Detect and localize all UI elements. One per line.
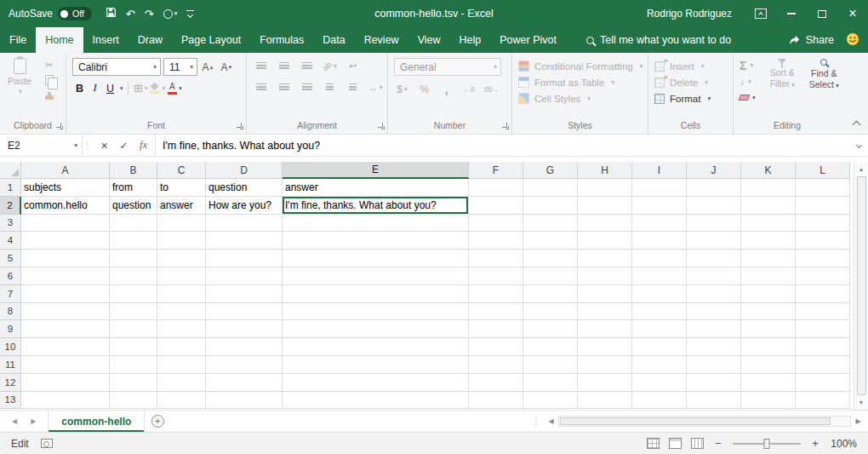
cell-B10[interactable]	[110, 338, 157, 356]
cell-K2[interactable]	[741, 197, 796, 215]
cell-F13[interactable]	[469, 392, 523, 410]
cell-D5[interactable]	[206, 250, 283, 267]
number-dialog-launcher[interactable]	[502, 123, 509, 129]
number-format-combo[interactable]: General ▾	[394, 58, 501, 76]
cell-F6[interactable]	[469, 267, 523, 285]
cell-F12[interactable]	[469, 374, 523, 392]
cell-L13[interactable]	[796, 392, 850, 410]
align-right-button[interactable]	[299, 79, 315, 95]
cell-K12[interactable]	[741, 374, 796, 392]
cell-C5[interactable]	[157, 250, 206, 267]
sort-filter-button[interactable]: Sort & Filter▾	[762, 58, 802, 120]
cell-B5[interactable]	[110, 250, 157, 267]
row-header-12[interactable]: 12	[0, 374, 21, 392]
tab-file[interactable]: File	[0, 27, 36, 53]
cell-E4[interactable]	[283, 232, 469, 250]
cell-I13[interactable]	[632, 392, 687, 410]
cell-C9[interactable]	[157, 320, 206, 338]
autosum-button[interactable]: Σ ▾	[740, 58, 756, 72]
cell-L11[interactable]	[796, 356, 850, 374]
cell-H5[interactable]	[578, 250, 632, 267]
cell-H9[interactable]	[578, 320, 632, 338]
cell-D6[interactable]	[206, 267, 283, 285]
cell-F3[interactable]	[469, 215, 523, 233]
sheet-tab-common-hello[interactable]: common-hello	[48, 411, 145, 432]
cell-A3[interactable]	[21, 215, 110, 233]
cell-L7[interactable]	[796, 285, 850, 303]
next-sheet-icon[interactable]: ▶	[31, 417, 36, 425]
copy-button[interactable]	[41, 74, 57, 86]
cell-F10[interactable]	[469, 338, 523, 356]
cell-L4[interactable]	[796, 232, 850, 250]
tell-me-box[interactable]: Tell me what you want to do	[586, 27, 731, 53]
cell-K3[interactable]	[741, 215, 796, 233]
cell-C1[interactable]: to	[157, 179, 206, 197]
cell-C11[interactable]	[157, 356, 206, 374]
tab-home[interactable]: Home	[36, 27, 83, 53]
cell-C12[interactable]	[157, 374, 206, 392]
tab-scroll-divider[interactable]: ⋮	[528, 411, 544, 432]
cell-L5[interactable]	[796, 250, 850, 267]
cell-B2[interactable]: question	[110, 197, 157, 215]
name-box-dropdown-icon[interactable]: ▾	[74, 141, 77, 149]
font-color-button[interactable]: A ▾	[167, 80, 183, 96]
cell-G2[interactable]	[523, 197, 578, 215]
cell-E11[interactable]	[283, 356, 469, 374]
column-header-G[interactable]: G	[523, 162, 578, 179]
row-header-10[interactable]: 10	[0, 338, 21, 356]
column-header-D[interactable]: D	[206, 162, 283, 179]
maximize-button[interactable]	[807, 0, 837, 27]
cell-A11[interactable]	[21, 356, 110, 374]
cell-F5[interactable]	[469, 250, 523, 267]
cell-D12[interactable]	[206, 374, 283, 392]
font-size-combo[interactable]: 11 ▾	[163, 58, 197, 76]
cell-E10[interactable]	[283, 338, 469, 356]
row-header-5[interactable]: 5	[0, 250, 21, 267]
font-family-combo[interactable]: Calibri ▾	[72, 58, 161, 76]
cell-A9[interactable]	[21, 320, 110, 338]
cell-G11[interactable]	[523, 356, 578, 374]
cell-C10[interactable]	[157, 338, 206, 356]
cell-I9[interactable]	[632, 320, 687, 338]
cell-F11[interactable]	[469, 356, 523, 374]
scroll-down-icon[interactable]: ▼	[854, 395, 868, 410]
close-button[interactable]: ×	[837, 0, 868, 27]
cell-A5[interactable]	[21, 250, 110, 267]
cell-K1[interactable]	[741, 179, 796, 197]
account-name[interactable]: Rodrigo Rodriguez	[647, 8, 732, 20]
row-header-3[interactable]: 3	[0, 215, 21, 233]
cell-G6[interactable]	[523, 267, 578, 285]
cell-J7[interactable]	[687, 285, 741, 303]
cell-J1[interactable]	[687, 179, 741, 197]
paste-button[interactable]: Paste ▾	[6, 58, 33, 120]
undo-icon[interactable]: ↶	[126, 9, 135, 20]
cell-B13[interactable]	[110, 392, 157, 410]
cell-H10[interactable]	[578, 338, 632, 356]
cell-B4[interactable]	[110, 232, 157, 250]
cell-J6[interactable]	[687, 267, 741, 285]
align-middle-button[interactable]	[276, 58, 292, 74]
insert-cells-button[interactable]: + Insert ▾	[654, 58, 728, 74]
cell-I1[interactable]	[632, 179, 687, 197]
cell-K6[interactable]	[741, 267, 796, 285]
cell-F7[interactable]	[469, 285, 523, 303]
cell-B6[interactable]	[110, 267, 157, 285]
cell-C8[interactable]	[157, 303, 206, 321]
tab-formulas[interactable]: Formulas	[250, 27, 313, 53]
new-sheet-button[interactable]: +	[145, 411, 170, 432]
cell-D4[interactable]	[206, 232, 283, 250]
column-header-C[interactable]: C	[157, 162, 206, 179]
align-left-button[interactable]	[253, 79, 269, 95]
cell-E12[interactable]	[283, 374, 469, 392]
cell-L6[interactable]	[796, 267, 850, 285]
bold-button[interactable]: B	[72, 83, 87, 95]
alignment-dialog-launcher[interactable]	[378, 123, 385, 129]
cell-G3[interactable]	[523, 215, 578, 233]
cell-G1[interactable]	[523, 179, 578, 197]
collapse-ribbon-icon[interactable]	[853, 121, 861, 129]
page-layout-view-button[interactable]	[669, 438, 682, 449]
decrease-decimal-button[interactable]: .00→	[483, 81, 499, 97]
find-select-button[interactable]: Find & Select▾	[804, 58, 844, 120]
zoom-slider[interactable]	[733, 443, 801, 445]
cell-E6[interactable]	[283, 267, 469, 285]
